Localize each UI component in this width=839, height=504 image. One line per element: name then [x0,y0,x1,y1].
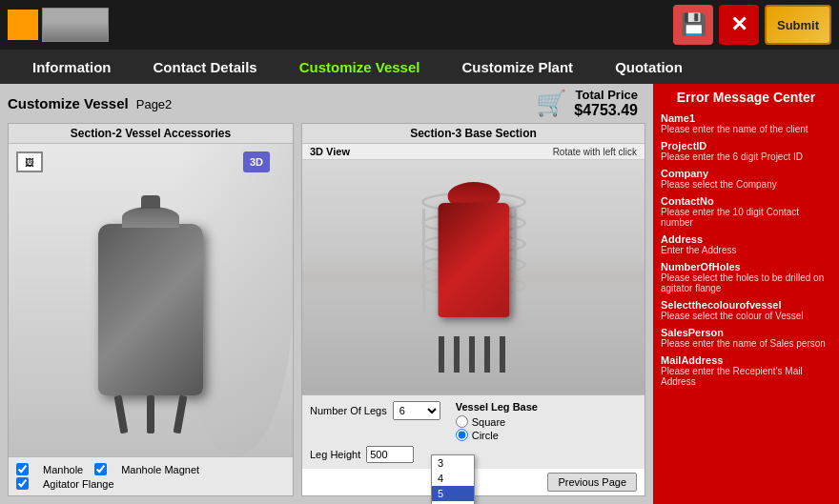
error-field-name: Company [661,168,831,179]
previous-page-button[interactable]: Previous Page [547,473,637,492]
error-field-msg: Please select the holes to be drilled on… [661,272,831,293]
logo-image [42,8,109,42]
rotate-hint: Rotate with left click [553,147,637,157]
error-list: Name1Please enter the name of the client… [661,112,831,387]
error-field-name: MailAddress [661,354,831,366]
page-title: Customize Vessel [8,95,129,111]
error-field-name: SalesPerson [661,327,831,338]
section2-panel: Section-2 Vessel Accessories 🖼 3D [8,123,294,496]
price-area: 🛒 Total Price $4753.49 [536,88,638,119]
nav-customize-plant[interactable]: Customize Plant [440,50,594,84]
nav-customize-vessel[interactable]: Customize Vessel [278,50,441,84]
logo-area [8,8,132,42]
cage-bar-1 [422,209,425,313]
header: ✕ Submit [0,0,839,50]
main-panel: Customize Vessel Page2 🛒 Total Price $47… [0,84,653,504]
error-item: MailAddressPlease enter the Recepient's … [661,354,831,387]
error-item: NumberOfHolesPlease select the holes to … [661,261,831,293]
sections-area: Section-2 Vessel Accessories 🖼 3D [0,123,653,504]
manhole-checkbox[interactable] [16,463,29,475]
dd-option-5[interactable]: 5 [432,486,474,501]
square-radio[interactable] [456,415,468,428]
nav-contact-details[interactable]: Contact Details [133,50,278,84]
error-field-name: Address [661,233,831,245]
logo-orange-box [8,10,38,40]
manhole-magnet-checkbox[interactable] [94,463,107,475]
error-field-msg: Please enter the name of Sales person [661,338,831,349]
error-item: SelectthecolourofvesselPlease select the… [661,299,831,321]
checkbox-row-manhole: Manhole Manhole Magnet [16,463,285,475]
nav-information[interactable]: Information [11,50,133,84]
vessel-top [122,207,179,228]
vessel-leg2 [147,395,154,433]
leg-height-input[interactable] [366,446,414,463]
content-area: Customize Vessel Page2 🛒 Total Price $47… [0,84,839,504]
error-item: Name1Please enter the name of the client [661,112,831,134]
vessel3d-body [438,203,509,317]
cancel-button[interactable]: ✕ [719,5,759,45]
legs-label: Number Of Legs [310,405,387,416]
circle-radio-row: Circle [456,429,538,441]
agitator-flange-checkbox[interactable] [16,477,29,490]
section3-panel: Section-3 Base Section 3D View Rotate wi… [301,123,645,496]
error-field-name: ContactNo [661,195,831,207]
controls-row1: Number Of Legs 3 4 6 7 8 3 4 [310,401,637,442]
error-field-msg: Please enter the 6 digit Project ID [661,151,831,162]
page-title-area: Customize Vessel Page2 [8,95,521,111]
total-price-value: $4753.49 [574,102,638,119]
cage-bar-5 [514,209,517,313]
square-label: Square [472,416,505,428]
error-field-msg: Please select the colour of Vessel [661,311,831,321]
save-button[interactable] [673,5,713,45]
thumbnail-icon[interactable]: 🖼 [16,151,43,172]
error-field-msg: Please select the Company [661,179,831,190]
vessel-image-area: 🖼 3D [9,144,293,456]
controls-area: Number Of Legs 3 4 6 7 8 3 4 [302,394,645,469]
error-field-name: Selectthecolourofvessel [661,299,831,311]
vessel-nozzle [141,195,160,209]
circle-radio[interactable] [456,429,468,441]
error-field-msg: Please enter the name of the client [661,124,831,134]
checkboxes-area: Manhole Manhole Magnet Agitator Flange [9,456,293,495]
price-block: Total Price $4753.49 [574,88,638,119]
navigation: Information Contact Details Customize Ve… [0,50,839,84]
error-panel: Error Message Center Name1Please enter t… [653,84,839,504]
error-item: ContactNoPlease enter the 10 digit Conta… [661,195,831,228]
vessel-main-body [98,224,203,395]
threed-badge[interactable]: 3D [243,151,270,172]
vessel-leg3 [174,395,188,434]
vessel3d-legs [431,334,517,373]
base-title: Vessel Leg Base [456,401,538,413]
manhole-magnet-label: Manhole Magnet [121,464,199,475]
error-field-msg: Please enter the Recepient's Mail Addres… [661,366,831,387]
submit-button[interactable]: Submit [765,5,831,45]
leg-height-label: Leg Height [310,449,360,460]
error-field-msg: Enter the Address [661,245,831,255]
legs-dropdown-overlay[interactable]: 3 4 5 6 7 8 [431,454,475,504]
section3-header: Section-3 Base Section [302,124,645,144]
manhole-label: Manhole [43,464,83,475]
nav-quotation[interactable]: Quotation [594,50,704,84]
dd-option-4[interactable]: 4 [432,471,474,486]
dd-option-3[interactable]: 3 [432,455,474,471]
legs-block: Number Of Legs 3 4 6 7 8 3 4 [310,401,440,420]
vessel-leg1 [114,395,129,434]
vessel3d-area [302,160,645,394]
page-number: Page2 [136,97,173,111]
vessel3d-container [407,182,541,373]
error-item: CompanyPlease select the Company [661,168,831,190]
error-field-msg: Please enter the 10 digit Contact number [661,207,831,228]
error-field-name: Name1 [661,112,831,124]
error-item: AddressEnter the Address [661,233,831,255]
section2-header: Section-2 Vessel Accessories [9,124,293,144]
circle-label: Circle [472,430,499,441]
error-field-name: NumberOfHoles [661,261,831,272]
agitator-flange-label: Agitator Flange [43,478,114,490]
legs-select[interactable]: 3 4 6 7 8 [393,401,440,420]
error-item: ProjectIDPlease enter the 6 digit Projec… [661,140,831,162]
top-bar: Customize Vessel Page2 🛒 Total Price $47… [0,84,653,123]
checkbox-row-agitator: Agitator Flange [16,477,285,490]
square-radio-row: Square [456,415,538,428]
error-panel-title: Error Message Center [661,90,831,105]
view-label-bar: 3D View Rotate with left click [302,144,645,160]
